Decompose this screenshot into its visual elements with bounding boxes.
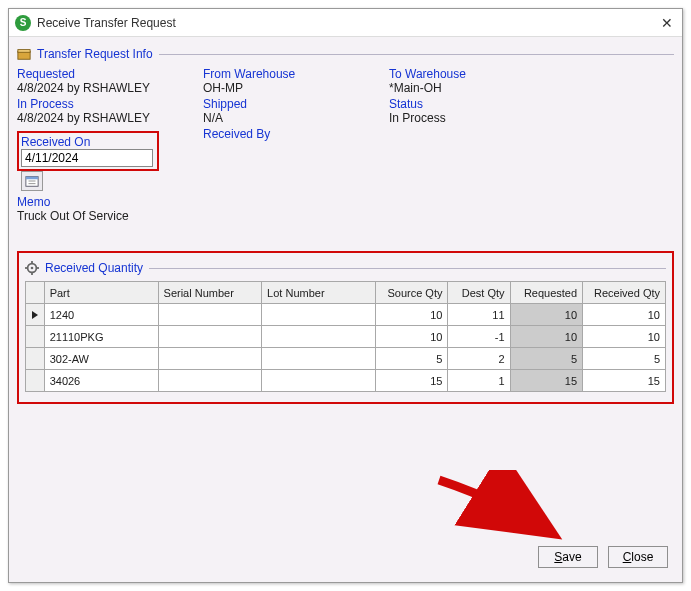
- memo-block: Memo Truck Out Of Service: [17, 195, 674, 223]
- info-grid: Requested 4/8/2024 by RSHAWLEY From Ware…: [17, 67, 674, 191]
- shipped-label: Shipped: [203, 97, 373, 111]
- col-received-qty[interactable]: Received Qty: [583, 282, 666, 304]
- from-warehouse-label: From Warehouse: [203, 67, 373, 81]
- received-quantity-highlight: Received Quantity Part Serial Number Lot…: [17, 251, 674, 404]
- col-dest-qty[interactable]: Dest Qty: [448, 282, 510, 304]
- cell-part[interactable]: 302-AW: [44, 348, 158, 370]
- cell-serial[interactable]: [158, 348, 262, 370]
- to-warehouse-value: *Main-OH: [389, 81, 674, 95]
- row-header-blank: [26, 282, 45, 304]
- cell-serial[interactable]: [158, 304, 262, 326]
- gear-icon: [25, 261, 39, 275]
- cell-part[interactable]: 1240: [44, 304, 158, 326]
- col-requested[interactable]: Requested: [510, 282, 582, 304]
- dialog-window: S Receive Transfer Request ✕ Transfer Re…: [8, 8, 683, 583]
- cell-serial[interactable]: [158, 326, 262, 348]
- cell-requested[interactable]: 10: [510, 304, 582, 326]
- cell-source-qty[interactable]: 10: [376, 304, 448, 326]
- from-warehouse-value: OH-MP: [203, 81, 373, 95]
- memo-value: Truck Out Of Service: [17, 209, 674, 223]
- cell-received-qty[interactable]: 15: [583, 370, 666, 392]
- cell-requested[interactable]: 10: [510, 326, 582, 348]
- table-header-row: Part Serial Number Lot Number Source Qty…: [26, 282, 666, 304]
- to-warehouse-label: To Warehouse: [389, 67, 674, 81]
- cell-received-qty[interactable]: 10: [583, 304, 666, 326]
- col-serial[interactable]: Serial Number: [158, 282, 262, 304]
- status-value: In Process: [389, 111, 674, 125]
- cell-dest-qty[interactable]: 1: [448, 370, 510, 392]
- col-source-qty[interactable]: Source Qty: [376, 282, 448, 304]
- requested-value: 4/8/2024 by RSHAWLEY: [17, 81, 187, 95]
- close-icon[interactable]: ✕: [658, 15, 676, 31]
- received-qty-table[interactable]: Part Serial Number Lot Number Source Qty…: [25, 281, 666, 392]
- cell-received-qty[interactable]: 10: [583, 326, 666, 348]
- row-indicator: [26, 304, 45, 326]
- col-part[interactable]: Part: [44, 282, 158, 304]
- memo-label: Memo: [17, 195, 674, 209]
- svg-rect-3: [26, 177, 38, 180]
- cell-lot[interactable]: [262, 304, 376, 326]
- cell-part[interactable]: 21110PKG: [44, 326, 158, 348]
- divider: [149, 268, 666, 269]
- app-icon: S: [15, 15, 31, 31]
- row-indicator: [26, 370, 45, 392]
- received-on-highlight: Received On: [17, 131, 159, 171]
- table-row[interactable]: 1240 10 11 10 10: [26, 304, 666, 326]
- table-row[interactable]: 21110PKG 10 -1 10 10: [26, 326, 666, 348]
- divider: [159, 54, 674, 55]
- cell-received-qty[interactable]: 5: [583, 348, 666, 370]
- save-button-label-rest: ave: [562, 550, 581, 564]
- titlebar: S Receive Transfer Request ✕: [9, 9, 682, 37]
- close-button[interactable]: Close: [608, 546, 668, 568]
- table-row[interactable]: 302-AW 5 2 5 5: [26, 348, 666, 370]
- save-button[interactable]: Save: [538, 546, 598, 568]
- shipped-value: N/A: [203, 111, 373, 125]
- requested-label: Requested: [17, 67, 187, 81]
- section-transfer-info-title: Transfer Request Info: [37, 47, 153, 61]
- date-picker-button[interactable]: [21, 171, 43, 191]
- package-icon: [17, 47, 31, 61]
- cell-lot[interactable]: [262, 370, 376, 392]
- row-pointer-icon: [32, 311, 38, 319]
- calendar-icon: [25, 174, 39, 188]
- cell-source-qty[interactable]: 10: [376, 326, 448, 348]
- cell-dest-qty[interactable]: -1: [448, 326, 510, 348]
- received-on-label: Received On: [21, 135, 153, 149]
- cell-lot[interactable]: [262, 348, 376, 370]
- col-lot[interactable]: Lot Number: [262, 282, 376, 304]
- close-button-label-rest: lose: [631, 550, 653, 564]
- status-label: Status: [389, 97, 674, 111]
- content-area: Transfer Request Info Requested 4/8/2024…: [9, 37, 682, 582]
- cell-dest-qty[interactable]: 2: [448, 348, 510, 370]
- inprocess-label: In Process: [17, 97, 187, 111]
- cell-part[interactable]: 34026: [44, 370, 158, 392]
- button-row: Save Close: [538, 546, 668, 568]
- window-title: Receive Transfer Request: [37, 16, 658, 30]
- cell-source-qty[interactable]: 5: [376, 348, 448, 370]
- section-transfer-info-header: Transfer Request Info: [17, 47, 674, 61]
- inprocess-value: 4/8/2024 by RSHAWLEY: [17, 111, 187, 125]
- cell-serial[interactable]: [158, 370, 262, 392]
- row-indicator: [26, 348, 45, 370]
- cell-requested[interactable]: 5: [510, 348, 582, 370]
- svg-point-7: [31, 267, 34, 270]
- section-received-qty-title: Received Quantity: [45, 261, 143, 275]
- row-indicator: [26, 326, 45, 348]
- cell-dest-qty[interactable]: 11: [448, 304, 510, 326]
- table-row[interactable]: 34026 15 1 15 15: [26, 370, 666, 392]
- cell-source-qty[interactable]: 15: [376, 370, 448, 392]
- received-on-input[interactable]: [21, 149, 153, 167]
- section-received-qty-header: Received Quantity: [25, 261, 666, 275]
- svg-rect-1: [18, 50, 30, 53]
- cell-requested[interactable]: 15: [510, 370, 582, 392]
- cell-lot[interactable]: [262, 326, 376, 348]
- received-by-label: Received By: [203, 127, 373, 141]
